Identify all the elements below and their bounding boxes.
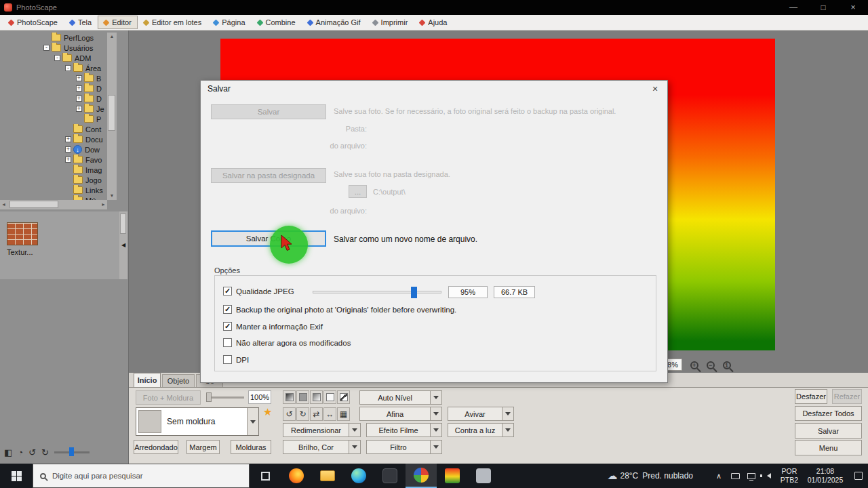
tab-inicio[interactable]: Início [134,373,161,387]
expand-toggle-icon[interactable]: + [65,136,71,142]
exif-checkbox[interactable]: ✓ [223,322,232,331]
scroll-down-icon[interactable]: ▼ [107,192,117,200]
tree-item[interactable]: Cont [0,124,107,134]
volume-tray-button[interactable] [760,464,776,488]
quality-slider-handle[interactable] [411,287,417,298]
maximize-button[interactable]: □ [808,0,838,15]
flip-button[interactable]: ⇄ [310,407,323,421]
zoom-actual-size-button[interactable]: 1 [720,359,734,372]
menu-item-ajuda[interactable]: Ajuda [414,16,453,29]
expand-toggle-icon[interactable]: + [76,75,82,81]
auto-level-dropdown[interactable]: Auto Nível [359,390,442,405]
tree-item[interactable]: +Favo [0,155,107,165]
show-hidden-icons-button[interactable]: ∧ [711,464,727,488]
filter-dropdown[interactable]: Filtro [366,440,442,454]
paint-tool-button[interactable] [283,390,296,404]
brightness-color-dropdown[interactable]: Brilho, Cor [283,440,361,454]
tree-item[interactable]: P [0,114,107,124]
quality-slider-track[interactable] [313,291,441,293]
tab-objeto[interactable]: Objeto [162,374,195,387]
tree-item[interactable]: Mú [0,195,107,200]
dropdown-arrow[interactable] [349,441,360,453]
expand-toggle-icon[interactable]: + [76,96,82,102]
scrollbar-thumb[interactable] [108,95,115,131]
dropdown-arrow[interactable] [247,408,258,435]
language-indicator[interactable]: POR PTB2 [776,467,803,485]
expand-toggle-icon[interactable]: + [76,85,82,92]
expand-toggle-icon[interactable]: + [76,106,82,112]
vivid-dropdown[interactable]: Avivar [448,407,514,421]
tree-item[interactable]: Links [0,185,107,195]
rotate-right-button[interactable]: ↻ [296,407,309,421]
undo-button[interactable]: Desfazer [795,389,827,404]
skip-modified-checkbox[interactable] [223,338,232,347]
tree-item[interactable]: -Área [0,63,107,73]
dropdown-arrow[interactable] [430,441,441,453]
rounded-corners-button[interactable]: Arredondado [134,440,178,454]
network-tray-button[interactable] [743,464,760,488]
dropdown-arrow[interactable] [349,424,360,436]
tree-item[interactable]: +Docu [0,134,107,144]
weather-description[interactable]: Pred. nublado [642,471,693,481]
zoom-in-button[interactable]: + [688,359,701,372]
paint-tool-button[interactable] [310,390,323,404]
dialog-close-button[interactable]: × [646,83,665,95]
backup-checkbox[interactable]: ✓ [223,305,232,314]
tree-scrollbar-vertical[interactable]: ▲ ▼ [107,33,117,200]
backlight-dropdown[interactable]: Contra a luz [448,423,514,437]
zoom-out-button[interactable]: − [704,359,717,372]
search-input[interactable] [52,472,222,480]
tree-item[interactable]: +B [0,73,107,83]
paint-tool-button[interactable] [296,390,309,404]
taskbar-edge[interactable] [343,464,374,488]
tree-item[interactable]: +Je [0,104,107,114]
weather-temperature[interactable]: 28°C [620,471,638,481]
crop-icon[interactable]: ◧ [4,447,12,458]
resize-dropdown[interactable]: Redimensionar [283,423,361,437]
save-original-button[interactable]: Salvar [211,104,326,119]
grid-button[interactable]: ▦ [337,407,350,421]
taskbar-app-gray[interactable] [468,464,499,488]
frame-select-dropdown[interactable]: Sem moldura [136,407,259,436]
pencil-tool-button[interactable] [337,390,350,404]
clock[interactable]: 21:08 01/01/2025 [803,467,848,485]
action-center-icon[interactable] [854,472,863,480]
taskbar-photoscape[interactable] [406,464,437,488]
tree-scrollbar-horizontal[interactable]: ◄ ► [0,200,107,209]
dropdown-arrow[interactable] [430,407,441,420]
taskbar-app-dark[interactable] [374,464,406,488]
taskbar-file-explorer[interactable] [312,464,343,488]
dropdown-arrow[interactable] [502,424,513,436]
menu-item-editor[interactable]: Editor [98,16,138,29]
dropdown-arrow[interactable] [502,407,513,420]
margin-button[interactable]: Margem [186,440,220,454]
photo-frame-button[interactable]: Foto + Moldura [136,390,201,405]
tree-item[interactable]: PerfLogs [0,33,107,43]
tree-item[interactable]: Jogo [0,175,107,185]
rotate-right-icon[interactable]: ↻ [41,447,49,458]
tree-item[interactable]: +D [0,83,107,94]
dpi-checkbox[interactable] [223,355,232,364]
mini-zoom-slider[interactable] [54,447,90,457]
redo-button[interactable]: Refazer [832,389,862,404]
tree-item[interactable]: -ADM [0,53,107,63]
undo-all-button[interactable]: Desfazer Todos [795,406,862,421]
minimize-button[interactable]: — [778,0,808,15]
tree-item[interactable]: -Usuários [0,43,107,53]
picker-icon[interactable]: ◔ [18,447,23,458]
rotate-left-icon[interactable]: ↺ [28,447,36,458]
menu-item-editor-em-lotes[interactable]: Editor em lotes [138,16,208,29]
paint-tool-button[interactable] [323,390,336,404]
start-button[interactable] [0,464,33,488]
panel-collapse-button[interactable]: ◀ [119,239,127,251]
taskbar-firefox[interactable] [281,464,312,488]
expand-toggle-icon[interactable]: + [65,157,71,163]
slider-handle[interactable] [69,447,74,456]
menu-item-photoscape[interactable]: PhotoScape [3,16,64,29]
scrollbar-thumb[interactable] [9,201,58,208]
frame-zoom-slider-handle[interactable] [206,392,212,402]
expand-toggle-icon[interactable]: - [54,55,60,61]
save-button[interactable]: Salvar [795,423,862,439]
menu-item-combine[interactable]: Combine [252,16,302,29]
film-effect-dropdown[interactable]: Efeito Filme [366,423,442,437]
